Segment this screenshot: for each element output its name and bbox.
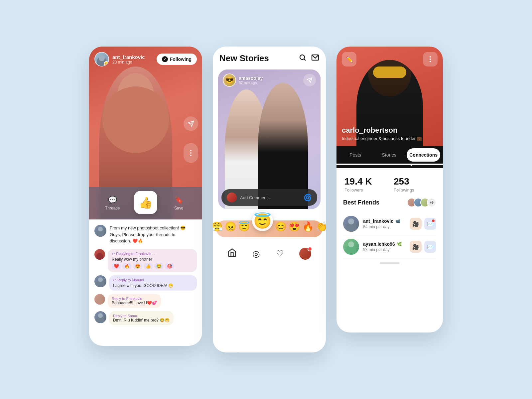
dot-a [430,56,431,58]
phones-container: 😊 ant_frankovic 23 min ago ✓ Following [76,27,456,372]
message-icon[interactable] [311,54,319,64]
reaction-3: 👍 [144,263,153,269]
svg-point-2 [300,55,305,60]
friend-1-name: ant_frankovic 📹 [363,218,406,224]
p1-user-info: 😊 ant_frankovic 23 min ago [94,52,145,66]
comment-3-avatar [94,294,105,305]
search-icon[interactable] [299,54,307,64]
p3-profile-info: carlo_robertson Industrial engineer & bu… [342,126,422,141]
dot-b [430,59,431,60]
friend-row-1: ant_frankovic 📹 84 min per day 🎥 ✉️ [343,212,436,235]
p3-active-indicator [336,165,443,168]
comment-2-reply: ↩ Reply to Manuel [113,278,193,282]
p1-username: ant_frankovic [112,54,145,60]
tab-connections[interactable]: Connections [407,148,440,162]
save-action[interactable]: 🔖 Save [162,196,196,210]
p1-actions-bar: 💬 Threads 👍 🔖 Save [89,187,202,219]
p3-followers-stat: 19.4 K Followers [344,176,386,193]
threads-icon: 💬 [108,196,117,204]
dot-c [430,61,431,62]
friend-1-video-btn[interactable]: 🎥 [410,218,422,230]
comment-2-text: I agree with you. GOOD IDEA! 😁 [113,283,193,288]
p2-comment-placeholder: Add Comment... [240,195,271,200]
comment-4-avatar [94,311,106,323]
friend-2-time: 53 min per day [363,247,406,252]
emoji-3-active[interactable]: 😇 [252,211,273,231]
friend-2-avatar [343,239,359,255]
comment-4-text: Dmn, R u Kiddin' me bro? 😂😁 [113,318,170,323]
friend-2-video-btn[interactable]: 🎥 [410,241,422,253]
p1-emoji-badge: 😊 [104,61,109,66]
comment-4: Reply to Samu Dmn, R u Kiddin' me bro? 😂… [94,311,197,325]
p3-following-count: 253 [394,176,435,187]
p2-header-icons [299,54,319,64]
p2-title: New Stories [219,53,269,64]
post-author-avatar [94,225,106,237]
following-button[interactable]: ✓ Following [157,54,197,65]
like-thumb: 👍 [134,191,157,214]
p2-story-time: 37 min ago [239,81,263,85]
emoji-2[interactable]: 😇 [238,221,250,232]
comment-3: Reply to Frankovic Baaaaaae!!! Love U❤️💕 [94,294,197,308]
like-action[interactable]: 👍 [129,191,162,215]
p2-story-card: 😎 amasoojay 37 min ago Add Commen [218,69,321,209]
emoji-5[interactable]: 😍 [289,221,300,232]
comment-2: ↩ Reply to Manuel I agree with you. GOOD… [94,275,197,291]
p1-dots-button[interactable] [184,143,198,163]
p2-profile-nav[interactable] [299,248,311,260]
emoji-1[interactable]: 😠 [225,221,236,232]
friend-2-message-btn[interactable]: ✉️ [424,241,436,253]
save-label: Save [174,206,183,210]
p2-comment-bar[interactable]: Add Comment... 🌀 [221,189,317,206]
friend-1-time: 84 min per day [363,224,406,229]
p3-friends-title: Best Friends [343,199,379,206]
friend-1-actions: 🎥 ✉️ [410,218,436,230]
p3-friends-header: Best Friends +9 [343,198,436,207]
comment-1-text: Really wow my brother [112,257,193,262]
p1-comments-section: From my new photoshoot collection! 😎 Guy… [89,219,202,334]
friend-2-emoji: 🌿 [397,242,402,246]
p1-post-text: From my new photoshoot collection! 😎 Guy… [94,225,197,244]
p1-send-button[interactable] [184,116,198,131]
dot-2 [190,152,192,154]
p3-followers-count: 19.4 K [344,176,386,187]
p3-following-stat: 253 Followings [394,176,435,193]
comment-1-avatar [94,249,105,260]
tab-posts[interactable]: Posts [339,148,372,162]
p2-home-icon[interactable] [227,248,237,260]
tab-stories[interactable]: Stories [373,148,406,162]
active-tab-dot [411,165,412,166]
p2-story-user: 😎 amasoojay 37 min ago [223,73,263,87]
reaction-0: ❤️ [112,263,121,269]
post-caption: From my new photoshoot collection! 😎 Guy… [110,225,197,244]
phone-3: ✏️ carlo_robertson Industrial engineer &… [336,47,443,332]
comment-1-bubble: ↩ Replying to Frankovic ... Really wow m… [108,249,197,272]
friend-1-message-btn[interactable]: ✉️ [424,218,436,230]
p3-friends-section: Best Friends +9 ant_frankovic 📹 84 min p… [336,198,443,274]
p2-reaction-icon[interactable]: 🌀 [304,194,312,201]
svg-line-3 [304,59,306,60]
threads-label: Threads [105,206,120,210]
p2-like-icon[interactable]: ♡ [276,249,284,259]
p3-tabs: Posts Stories Connections [336,146,443,164]
emoji-4[interactable]: 😊 [275,221,287,232]
p2-comment-avatar [227,193,237,202]
comment-4-bubble: Reply to Samu Dmn, R u Kiddin' me bro? 😂… [109,311,174,325]
emoji-6[interactable]: 🔥 [302,221,314,232]
comment-3-text: Baaaaaae!!! Love U❤️💕 [112,301,157,305]
friend-2-actions: 🎥 ✉️ [410,241,436,253]
friend-2-info: aysan.lenko96 🌿 53 min per day [363,241,406,252]
p2-explore-icon[interactable]: ◎ [252,249,260,259]
comment-1-reply: ↩ Replying to Frankovic ... [112,252,193,256]
p3-friends-avatars: +9 [407,198,436,207]
emoji-0[interactable]: 😤 [213,221,223,232]
comment-1: ↩ Replying to Frankovic ... Really wow m… [94,249,197,272]
p2-send-button[interactable] [303,74,316,86]
threads-action[interactable]: 💬 Threads [96,196,129,210]
dot-3 [190,155,192,156]
p3-more-button[interactable] [423,52,438,66]
emoji-7[interactable]: 👏 [316,221,326,232]
p3-bio: Industrial engineer & business founder 💼 [342,136,422,141]
phone-1: 😊 ant_frankovic 23 min ago ✓ Following [89,47,202,346]
p3-edit-button[interactable]: ✏️ [342,52,356,66]
